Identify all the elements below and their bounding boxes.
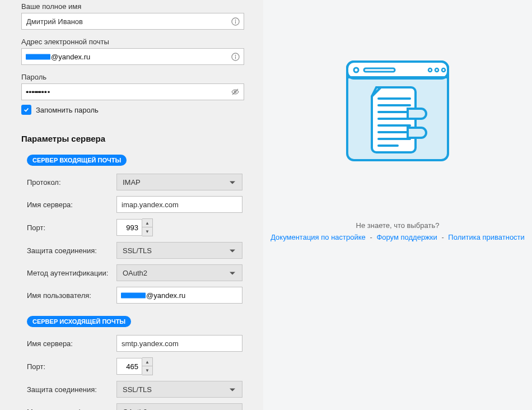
- setup-illustration-icon: [342, 56, 454, 162]
- remember-label: Запомнить пароль: [36, 106, 99, 114]
- svg-rect-9: [347, 62, 448, 78]
- port-label: Порт:: [27, 223, 116, 232]
- privacy-link[interactable]: Политика приватности: [448, 233, 524, 241]
- remember-checkbox[interactable]: [21, 105, 31, 115]
- incoming-username-input[interactable]: [116, 287, 242, 304]
- security-label: Защита соединения:: [27, 385, 116, 394]
- port-label: Порт:: [27, 362, 116, 371]
- incoming-port-input[interactable]: [116, 219, 142, 236]
- fullname-label: Ваше полное имя: [21, 2, 252, 11]
- password-label: Пароль: [21, 73, 252, 81]
- svg-point-4: [235, 54, 236, 55]
- incoming-port-stepper[interactable]: ▲ ▼: [142, 218, 153, 236]
- server-label: Имя сервера:: [27, 201, 116, 209]
- stepper-up-icon[interactable]: ▲: [142, 358, 152, 366]
- info-icon[interactable]: [231, 17, 240, 26]
- security-label: Защита соединения:: [27, 246, 116, 255]
- svg-point-1: [235, 19, 236, 20]
- incoming-pill: СЕРВЕР ВХОДЯЩЕЙ ПОЧТЫ: [27, 155, 127, 166]
- incoming-auth-select[interactable]: OAuth2: [116, 264, 242, 281]
- help-links: Документация по настройке - Форум поддер…: [270, 233, 525, 241]
- incoming-protocol-select[interactable]: IMAP: [116, 174, 242, 190]
- svg-rect-10: [347, 76, 448, 78]
- server-label: Имя сервера:: [27, 339, 116, 348]
- stepper-up-icon[interactable]: ▲: [142, 219, 152, 227]
- incoming-server-input[interactable]: [116, 196, 242, 213]
- svg-rect-2: [235, 21, 235, 24]
- outgoing-port-input[interactable]: [116, 358, 142, 375]
- outgoing-pill: СЕРВЕР ИСХОДЯЩЕЙ ПОЧТЫ: [27, 316, 131, 327]
- outgoing-auth-select[interactable]: OAuth2: [116, 403, 242, 410]
- password-input[interactable]: [21, 83, 244, 100]
- incoming-security-select[interactable]: SSL/TLS: [116, 242, 242, 259]
- eye-off-icon[interactable]: [231, 87, 240, 96]
- outgoing-server-input[interactable]: [116, 335, 242, 352]
- help-prompt: Не знаете, что выбрать?: [356, 221, 440, 230]
- auth-label: Метод аутентификации:: [27, 408, 116, 411]
- auth-label: Метод аутентификации:: [27, 269, 116, 277]
- info-icon[interactable]: [231, 52, 240, 61]
- stepper-down-icon[interactable]: ▼: [142, 227, 152, 236]
- username-label: Имя пользователя:: [27, 291, 116, 300]
- outgoing-port-stepper[interactable]: ▲ ▼: [142, 357, 153, 375]
- server-section-title: Параметры сервера: [21, 134, 252, 143]
- email-input[interactable]: [21, 48, 244, 65]
- email-label: Адрес электронной почты: [21, 38, 252, 46]
- svg-rect-5: [235, 56, 235, 59]
- fullname-input[interactable]: [21, 13, 244, 30]
- outgoing-security-select[interactable]: SSL/TLS: [116, 381, 242, 398]
- docs-link[interactable]: Документация по настройке: [270, 233, 366, 241]
- forum-link[interactable]: Форум поддержки: [376, 233, 437, 241]
- stepper-down-icon[interactable]: ▼: [142, 366, 152, 375]
- protocol-label: Протокол:: [27, 178, 116, 187]
